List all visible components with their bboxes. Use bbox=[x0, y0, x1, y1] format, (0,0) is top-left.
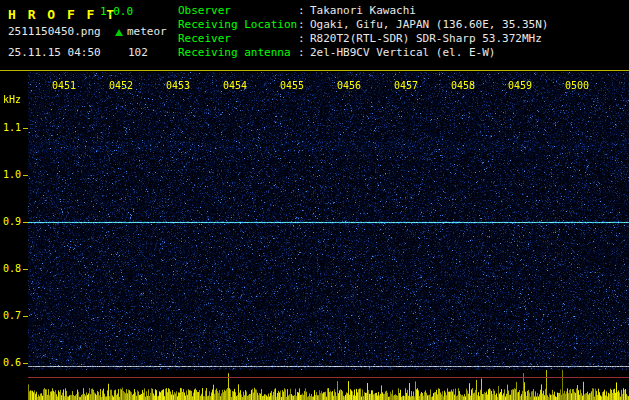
info-separator: : bbox=[298, 4, 310, 18]
info-value: R820T2(RTL-SDR) SDR-Sharp 53.372MHz bbox=[310, 32, 542, 46]
info-value: 2el-HB9CV Vertical (el. E-W) bbox=[310, 46, 495, 60]
time-tick-label: 0459 bbox=[504, 80, 536, 92]
time-tick-label: 0456 bbox=[333, 80, 365, 92]
hrofft-window: H R O F F T 1.0.0 2511150450.png meteor … bbox=[0, 0, 629, 400]
meteor-marker-icon bbox=[115, 29, 123, 36]
freq-tick-label: 1.1 bbox=[3, 122, 25, 134]
info-value: Takanori Kawachi bbox=[310, 4, 416, 18]
freq-tick bbox=[23, 222, 28, 223]
time-tick-label: 0453 bbox=[162, 80, 194, 92]
info-label: Observer bbox=[178, 4, 298, 18]
info-separator: : bbox=[298, 46, 310, 60]
info-label: Receiver bbox=[178, 32, 298, 46]
freq-tick bbox=[23, 269, 28, 270]
station-info: Observer:Takanori Kawachi Receiving Loca… bbox=[178, 4, 548, 60]
header-separator bbox=[0, 70, 629, 71]
info-separator: : bbox=[298, 18, 310, 32]
time-tick-label: 0454 bbox=[219, 80, 251, 92]
time-tick-label: 0451 bbox=[48, 80, 80, 92]
time-tick-label: 0452 bbox=[105, 80, 137, 92]
info-row-antenna: Receiving antenna:2el-HB9CV Vertical (el… bbox=[178, 46, 548, 60]
time-tick-label: 0500 bbox=[561, 80, 593, 92]
info-row-receiver: Receiver:R820T2(RTL-SDR) SDR-Sharp 53.37… bbox=[178, 32, 548, 46]
freq-tick-label: 0.9 bbox=[3, 216, 25, 228]
app-version: 1.0.0 bbox=[100, 5, 133, 19]
freq-tick bbox=[23, 128, 28, 129]
freq-tick-label: 0.7 bbox=[3, 310, 25, 322]
freq-axis-unit: kHz bbox=[3, 94, 21, 106]
freq-tick-label: 0.8 bbox=[3, 263, 25, 275]
info-label: Receiving Location bbox=[178, 18, 298, 32]
spectrogram-canvas bbox=[28, 72, 629, 370]
info-row-observer: Observer:Takanori Kawachi bbox=[178, 4, 548, 18]
signal-level-panel bbox=[0, 370, 629, 400]
info-row-location: Receiving Location:Ogaki, Gifu, JAPAN (1… bbox=[178, 18, 548, 32]
meteor-count: 102 bbox=[128, 46, 148, 60]
spectrogram-panel: 0451 0452 0453 0454 0455 0456 0457 0458 … bbox=[0, 72, 629, 370]
info-label: Receiving antenna bbox=[178, 46, 298, 60]
time-tick-label: 0458 bbox=[447, 80, 479, 92]
output-filename: 2511150450.png bbox=[8, 25, 101, 39]
time-tick-label: 0455 bbox=[276, 80, 308, 92]
signal-level-canvas bbox=[28, 370, 629, 400]
info-value: Ogaki, Gifu, JAPAN (136.60E, 35.35N) bbox=[310, 18, 548, 32]
timestamp: 25.11.15 04:50 bbox=[8, 46, 101, 60]
mode-label: meteor bbox=[127, 25, 167, 39]
freq-tick bbox=[23, 316, 28, 317]
freq-tick bbox=[23, 175, 28, 176]
info-separator: : bbox=[298, 32, 310, 46]
freq-tick-label: 1.0 bbox=[3, 169, 25, 181]
freq-tick bbox=[23, 363, 28, 364]
time-tick-label: 0457 bbox=[390, 80, 422, 92]
freq-tick-label: 0.6 bbox=[3, 357, 25, 369]
